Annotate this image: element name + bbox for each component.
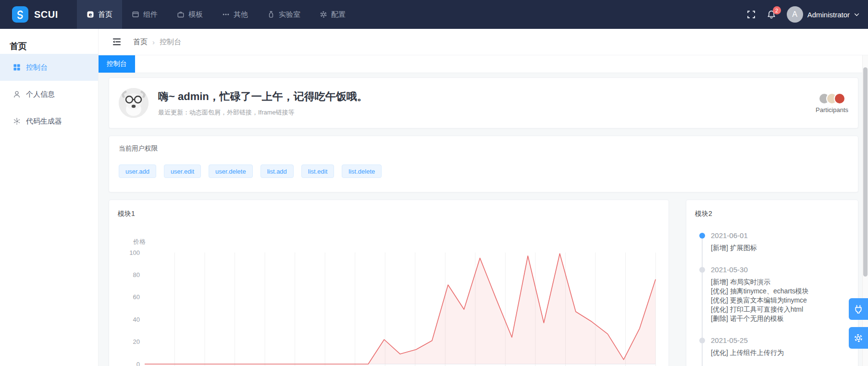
fullscreen-button[interactable] — [746, 10, 756, 19]
timeline-item: [优化] 打印工具可直接传入html — [711, 305, 849, 314]
sidebar-item-label: 代码生成器 — [26, 117, 62, 126]
breadcrumb: 首页 › 控制台 — [133, 38, 181, 47]
plugin-float-button[interactable] — [849, 298, 868, 320]
permission-tag: user.add — [119, 164, 156, 178]
component-icon — [132, 11, 139, 18]
module1-title: 模块1 — [118, 209, 660, 218]
timeline-date: 2021-06-01 — [711, 231, 849, 240]
svg-text:60: 60 — [133, 293, 140, 301]
menu-item-label: 模板 — [188, 10, 203, 19]
grid-icon — [13, 63, 21, 71]
tab-dashboard[interactable]: 控制台 — [99, 55, 135, 73]
plug-icon — [854, 304, 863, 314]
svg-text:20: 20 — [133, 338, 140, 345]
menu-item-components[interactable]: 组件 — [122, 0, 167, 29]
permission-tag: user.edit — [164, 164, 201, 178]
menu-item-templates[interactable]: 模板 — [167, 0, 212, 29]
app-logo[interactable]: SCUI — [0, 0, 77, 29]
notification-badge: 2 — [773, 6, 781, 14]
permission-tag: user.delete — [209, 164, 253, 178]
scrollbar-thumb[interactable] — [863, 67, 868, 277]
collapse-menu-icon — [112, 37, 122, 47]
timeline: 2021-06-01[新增] 扩展图标2021-05-30[新增] 布局实时演示… — [695, 231, 849, 357]
welcome-card: 嗨~ admin，忙碌了一上午，记得吃午饭哦。 最近更新：动态面包屑，外部链接，… — [109, 77, 858, 128]
sidebar-title: 首页 — [0, 29, 98, 54]
permission-tag: list.edit — [301, 164, 334, 178]
timeline-items: [新增] 布局实时演示[优化] 抽离tinymce、echarts模块[优化] … — [711, 278, 849, 323]
fox-avatar[interactable] — [834, 93, 845, 104]
menu-item-label: 组件 — [143, 10, 158, 19]
more-dots-icon — [222, 11, 230, 18]
main-content: 嗨~ admin，忙碌了一上午，记得吃午饭哦。 最近更新：动态面包屑，外部链接，… — [99, 73, 862, 366]
user-menu[interactable]: A Administrator — [787, 6, 859, 23]
menu-item-config[interactable]: 配置 — [310, 0, 355, 29]
chart-wrap: 100806040200价格 — [118, 227, 660, 366]
timeline-item: [删除] 诺干个无用的模板 — [711, 314, 849, 323]
module2-title: 模块2 — [695, 209, 849, 218]
timeline-dot — [699, 233, 705, 239]
permission-tag: list.delete — [342, 164, 382, 178]
flask-icon — [267, 11, 275, 18]
timeline-item: [优化] 更换富文本编辑为tinymce — [711, 296, 849, 305]
menu-item-other[interactable]: 其他 — [212, 0, 258, 29]
sidebar-item-code-generator[interactable]: 代码生成器 — [0, 108, 98, 135]
scui-logo-icon — [12, 6, 28, 23]
timeline-item: [新增] 扩展图标 — [711, 243, 849, 252]
settings-float-button[interactable] — [849, 327, 868, 349]
timeline-entry: 2021-05-25[优化] 上传组件上传行为 — [699, 336, 849, 357]
eleme-icon: e — [87, 11, 94, 18]
notifications-button[interactable]: 2 — [767, 10, 776, 19]
timeline-dot — [699, 338, 705, 343]
tab-bar: 控制台 — [99, 55, 862, 73]
dog-avatar — [119, 88, 149, 118]
timeline-line — [702, 342, 703, 366]
tab-label: 控制台 — [107, 60, 127, 68]
logo-text: SCUI — [34, 9, 58, 20]
svg-text:e: e — [88, 12, 92, 17]
module1-chart: 100806040200价格 — [118, 227, 660, 366]
sidebar-item-profile[interactable]: 个人信息 — [0, 81, 98, 108]
breadcrumb-bar: 首页 › 控制台 — [99, 29, 868, 55]
svg-text:40: 40 — [133, 316, 140, 323]
menu-item-home[interactable]: e 首页 — [77, 0, 122, 29]
timeline-items: [优化] 上传组件上传行为 — [711, 348, 849, 357]
user-icon — [13, 90, 21, 98]
permission-tags: user.add user.edit user.delete list.add … — [119, 164, 848, 178]
participants: Participants — [816, 93, 848, 114]
timeline-entry: 2021-06-01[新增] 扩展图标 — [699, 231, 849, 252]
menu-item-lab[interactable]: 实验室 — [258, 0, 310, 29]
breadcrumb-home[interactable]: 首页 — [133, 38, 148, 47]
breadcrumb-current: 控制台 — [160, 38, 181, 47]
user-name: Administrator — [807, 11, 850, 19]
user-avatar: A — [787, 6, 803, 23]
participant-avatars — [816, 93, 848, 104]
chevron-down-icon — [854, 13, 859, 16]
timeline-date: 2021-05-25 — [711, 336, 849, 345]
top-navbar: SCUI e 首页 组件 模板 其他 实验室 配置 — [0, 0, 868, 29]
collapse-menu-button[interactable] — [112, 37, 122, 47]
timeline-line — [702, 272, 703, 339]
sidebar-item-label: 控制台 — [26, 63, 48, 72]
menu-item-label: 配置 — [331, 10, 346, 19]
welcome-title: 嗨~ admin，忙碌了一上午，记得吃午饭哦。 — [158, 89, 368, 104]
module1-card: 模块1 100806040200价格 — [109, 200, 669, 366]
svg-text:0: 0 — [136, 361, 140, 366]
welcome-subtitle: 最近更新：动态面包屑，外部链接，Iframe链接等 — [158, 108, 368, 117]
fullscreen-icon — [746, 10, 756, 19]
timeline-item: [优化] 上传组件上传行为 — [711, 348, 849, 357]
menu-item-label: 首页 — [98, 10, 112, 19]
svg-text:100: 100 — [129, 249, 140, 256]
menu-item-label: 实验室 — [279, 10, 300, 19]
svg-text:80: 80 — [133, 271, 140, 278]
sidebar-item-dashboard[interactable]: 控制台 — [0, 54, 98, 81]
menu-item-label: 其他 — [234, 10, 248, 19]
permission-tag: list.add — [260, 164, 294, 178]
template-icon — [177, 11, 185, 18]
main-menu: e 首页 组件 模板 其他 实验室 配置 — [77, 0, 355, 29]
participants-label: Participants — [816, 106, 848, 114]
sidebar-item-label: 个人信息 — [26, 90, 55, 99]
timeline-entry: 2021-05-30[新增] 布局实时演示[优化] 抽离tinymce、echa… — [699, 265, 849, 323]
timeline-items: [新增] 扩展图标 — [711, 243, 849, 252]
breadcrumb-separator: › — [152, 38, 155, 46]
timeline-line — [702, 238, 703, 268]
